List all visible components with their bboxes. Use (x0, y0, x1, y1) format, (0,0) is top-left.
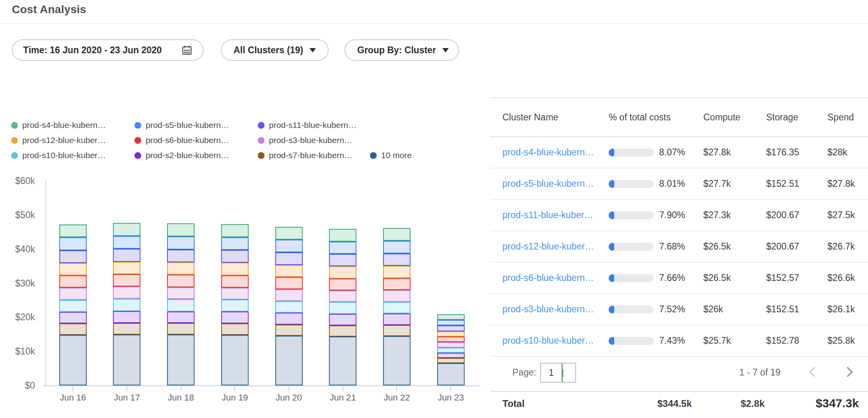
bar-segment-prod-s11-blue-kuber[interactable] (113, 249, 140, 261)
bar-segment-prod-s7-blue-kubern[interactable] (59, 323, 87, 335)
bar-segment-prod-s7-blue-kubern[interactable] (221, 323, 249, 335)
bar-segment-prod-s2-blue-kubern[interactable] (275, 313, 303, 324)
cluster-name-link[interactable]: prod-s5-blue-kubern… (502, 178, 609, 189)
bar-segment-prod-s6-blue-kubern[interactable] (59, 275, 87, 288)
bar-segment-prod-s2-blue-kubern[interactable] (59, 312, 87, 324)
bar-segment-prod-s10-blue-kuber[interactable] (59, 300, 87, 312)
bar-segment-prod-s3-blue-kubern[interactable] (329, 290, 356, 302)
bar-jun-21[interactable] (329, 229, 356, 385)
bar-segment-prod-s4-blue-kubern[interactable] (167, 223, 195, 236)
bar-segment-prod-s6-blue-kubern[interactable] (437, 337, 465, 342)
bar-segment-prod-s2-blue-kubern[interactable] (167, 312, 195, 323)
bar-segment-prod-s4-blue-kubern[interactable] (437, 314, 465, 320)
legend-item[interactable]: prod-s3-blue-kubern… (258, 133, 352, 148)
bar-segment-prod-s11-blue-kuber[interactable] (383, 254, 411, 266)
bar-segment-prod-s10-blue-kuber[interactable] (275, 301, 303, 313)
bar-jun-22[interactable] (383, 228, 411, 385)
bar-segment-prod-s5-blue-kubern[interactable] (329, 242, 356, 254)
bar-segment-10-more[interactable] (275, 336, 303, 385)
cluster-name-link[interactable]: prod-s11-blue-kuber… (502, 210, 609, 221)
bar-segment-prod-s6-blue-kubern[interactable] (275, 277, 303, 289)
bar-segment-10-more[interactable] (113, 335, 140, 385)
cluster-name-link[interactable]: prod-s10-blue-kuber… (502, 335, 609, 346)
bar-segment-prod-s7-blue-kubern[interactable] (383, 325, 411, 336)
legend-item[interactable]: prod-s12-blue-kuber… (11, 133, 106, 148)
bar-segment-prod-s11-blue-kuber[interactable] (167, 250, 195, 262)
bar-segment-prod-s5-blue-kubern[interactable] (59, 237, 87, 250)
bar-segment-10-more[interactable] (59, 335, 87, 385)
bar-segment-prod-s11-blue-kuber[interactable] (437, 325, 465, 331)
bar-segment-prod-s12-blue-kuber[interactable] (329, 266, 356, 278)
bar-segment-prod-s5-blue-kubern[interactable] (113, 236, 140, 249)
cluster-name-link[interactable]: prod-s3-blue-kubern… (502, 304, 609, 315)
legend-item[interactable]: 10 more (370, 148, 412, 163)
cluster-name-link[interactable]: prod-s6-blue-kubern… (502, 273, 609, 283)
bar-segment-prod-s4-blue-kubern[interactable] (329, 229, 356, 242)
bar-segment-prod-s5-blue-kubern[interactable] (221, 237, 249, 250)
bar-segment-prod-s4-blue-kubern[interactable] (221, 224, 249, 237)
bar-jun-17[interactable] (113, 223, 140, 385)
bar-segment-prod-s11-blue-kuber[interactable] (329, 254, 356, 266)
legend-item[interactable]: prod-s2-blue-kubern… (134, 148, 229, 163)
bar-segment-10-more[interactable] (383, 336, 411, 385)
bar-segment-prod-s4-blue-kubern[interactable] (275, 227, 303, 240)
legend-item[interactable]: prod-s6-blue-kubern… (134, 133, 229, 148)
bar-segment-prod-s7-blue-kubern[interactable] (113, 323, 140, 335)
bar-segment-prod-s10-blue-kuber[interactable] (167, 299, 195, 311)
bar-jun-19[interactable] (221, 224, 249, 385)
bar-segment-prod-s3-blue-kubern[interactable] (167, 287, 195, 300)
bar-segment-prod-s3-blue-kubern[interactable] (383, 290, 411, 302)
bar-segment-prod-s2-blue-kubern[interactable] (437, 353, 465, 358)
bar-segment-prod-s7-blue-kubern[interactable] (167, 323, 195, 335)
bar-segment-prod-s7-blue-kubern[interactable] (437, 358, 465, 363)
bar-jun-16[interactable] (59, 224, 87, 385)
bar-segment-prod-s10-blue-kuber[interactable] (329, 302, 356, 314)
bar-segment-prod-s6-blue-kubern[interactable] (329, 279, 356, 290)
bar-segment-prod-s5-blue-kubern[interactable] (167, 236, 195, 250)
bar-segment-prod-s4-blue-kubern[interactable] (383, 228, 411, 241)
bar-segment-prod-s12-blue-kuber[interactable] (383, 266, 411, 278)
bar-segment-prod-s12-blue-kuber[interactable] (113, 262, 140, 274)
previous-page-button[interactable] (808, 366, 820, 378)
bar-segment-10-more[interactable] (437, 363, 465, 385)
bar-jun-18[interactable] (167, 223, 195, 385)
bar-segment-prod-s4-blue-kubern[interactable] (113, 223, 140, 236)
bar-segment-10-more[interactable] (329, 337, 356, 385)
bar-segment-prod-s7-blue-kubern[interactable] (275, 325, 303, 336)
bar-segment-prod-s10-blue-kuber[interactable] (113, 299, 140, 311)
bar-segment-prod-s11-blue-kuber[interactable] (59, 250, 87, 263)
cluster-name-link[interactable]: prod-s4-blue-kubern… (502, 147, 609, 158)
group-by-dropdown[interactable]: Group By: Cluster (344, 39, 459, 61)
legend-item[interactable]: prod-s5-blue-kubern… (134, 118, 229, 133)
bar-segment-prod-s11-blue-kuber[interactable] (221, 250, 249, 263)
time-range-filter-button[interactable]: Time: 16 Jun 2020 - 23 Jun 2020 (12, 39, 204, 61)
legend-item[interactable]: prod-s11-blue-kubern… (258, 118, 356, 133)
bar-segment-prod-s5-blue-kubern[interactable] (437, 320, 465, 325)
bar-segment-prod-s5-blue-kubern[interactable] (275, 240, 303, 252)
bar-segment-prod-s4-blue-kubern[interactable] (59, 224, 87, 238)
bar-jun-23[interactable] (437, 314, 465, 385)
bar-segment-prod-s10-blue-kuber[interactable] (221, 300, 249, 312)
bar-segment-prod-s12-blue-kuber[interactable] (59, 263, 87, 275)
next-page-button[interactable] (842, 366, 854, 378)
bar-segment-prod-s3-blue-kubern[interactable] (437, 342, 465, 347)
bar-segment-prod-s5-blue-kubern[interactable] (383, 241, 411, 254)
bar-segment-prod-s12-blue-kuber[interactable] (275, 265, 303, 277)
clusters-filter-dropdown[interactable]: All Clusters (19) (221, 39, 329, 61)
bar-segment-prod-s6-blue-kubern[interactable] (221, 275, 249, 288)
bar-segment-prod-s6-blue-kubern[interactable] (383, 278, 411, 290)
bar-segment-prod-s3-blue-kubern[interactable] (275, 289, 303, 301)
bar-segment-prod-s3-blue-kubern[interactable] (221, 288, 249, 300)
bar-segment-prod-s3-blue-kubern[interactable] (113, 286, 140, 299)
bar-segment-10-more[interactable] (221, 335, 249, 385)
bar-segment-prod-s12-blue-kuber[interactable] (167, 262, 195, 275)
bar-segment-prod-s10-blue-kuber[interactable] (437, 348, 465, 353)
bar-segment-prod-s2-blue-kubern[interactable] (221, 312, 249, 323)
bar-segment-prod-s2-blue-kubern[interactable] (329, 314, 356, 325)
bar-segment-10-more[interactable] (167, 335, 195, 385)
cluster-name-link[interactable]: prod-s12-blue-kuber… (502, 241, 609, 252)
bar-segment-prod-s6-blue-kubern[interactable] (167, 275, 195, 287)
bar-segment-prod-s10-blue-kuber[interactable] (383, 302, 411, 314)
bar-segment-prod-s2-blue-kubern[interactable] (383, 314, 411, 325)
bar-jun-20[interactable] (275, 227, 303, 385)
